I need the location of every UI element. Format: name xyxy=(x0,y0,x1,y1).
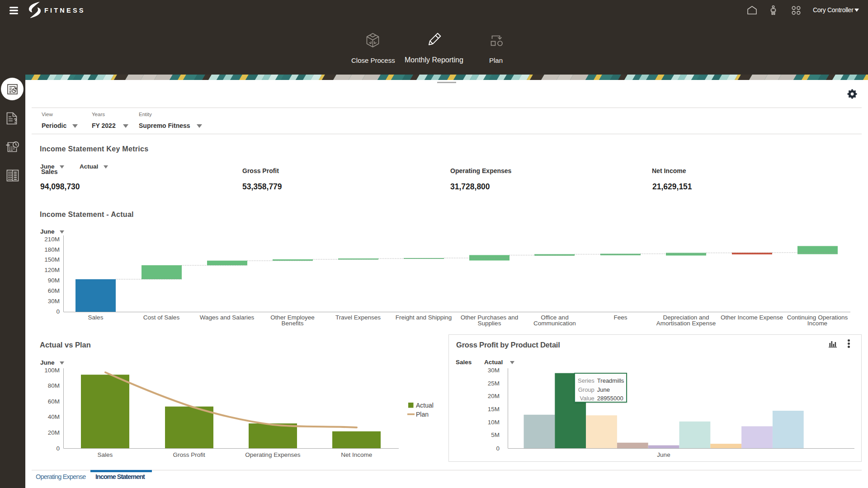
svg-text:120M: 120M xyxy=(44,267,60,273)
svg-text:Travel Expenses: Travel Expenses xyxy=(335,314,381,321)
svg-text:0: 0 xyxy=(496,445,500,452)
svg-text:0: 0 xyxy=(56,445,60,452)
svg-text:30M: 30M xyxy=(48,298,60,305)
svg-text:Operating Expenses: Operating Expenses xyxy=(245,451,301,458)
svg-text:25M: 25M xyxy=(488,380,500,387)
svg-text:60M: 60M xyxy=(48,398,60,405)
svg-text:Cost of Sales: Cost of Sales xyxy=(143,314,180,321)
svg-text:Freight and Shipping: Freight and Shipping xyxy=(396,314,452,321)
svg-text:Wages and Salaries: Wages and Salaries xyxy=(200,314,255,321)
svg-text:Sales: Sales xyxy=(88,314,104,321)
svg-text:5M: 5M xyxy=(491,432,500,438)
svg-text:100M: 100M xyxy=(44,367,60,374)
svg-text:Fees: Fees xyxy=(613,314,627,321)
svg-text:Actual: Actual xyxy=(416,402,434,409)
svg-text:20M: 20M xyxy=(488,393,500,399)
svg-text:Income: Income xyxy=(807,320,827,327)
svg-text:80M: 80M xyxy=(48,382,60,389)
svg-text:Benefits: Benefits xyxy=(282,320,304,327)
svg-text:30M: 30M xyxy=(488,367,500,374)
svg-text:Gross Profit: Gross Profit xyxy=(173,451,205,458)
svg-text:15M: 15M xyxy=(488,406,500,413)
svg-text:Net Income: Net Income xyxy=(341,451,372,458)
svg-text:0: 0 xyxy=(56,308,60,315)
svg-text:40M: 40M xyxy=(48,413,60,420)
svg-text:210M: 210M xyxy=(44,236,60,243)
svg-text:June: June xyxy=(657,451,670,458)
svg-text:150M: 150M xyxy=(44,256,60,263)
svg-text:Plan: Plan xyxy=(416,411,429,418)
svg-text:180M: 180M xyxy=(44,246,60,253)
svg-text:Amortisation Expense: Amortisation Expense xyxy=(656,320,716,327)
svg-text:60M: 60M xyxy=(48,287,60,294)
svg-text:20M: 20M xyxy=(48,429,60,436)
svg-text:Other Income Expense: Other Income Expense xyxy=(721,314,783,321)
svg-text:90M: 90M xyxy=(48,277,60,284)
svg-text:Supplies: Supplies xyxy=(478,320,501,327)
svg-text:Communication: Communication xyxy=(533,320,576,327)
svg-text:Sales: Sales xyxy=(97,451,113,458)
svg-text:10M: 10M xyxy=(488,419,500,426)
